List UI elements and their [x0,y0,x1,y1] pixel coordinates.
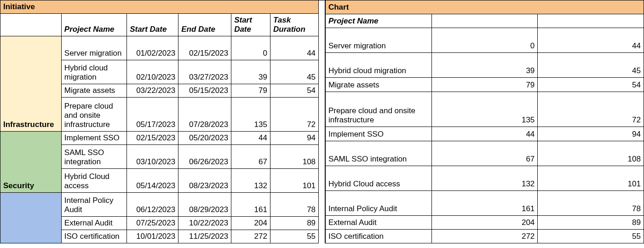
col-task-duration[interactable]: Task Duration [270,14,318,36]
cell-project-name[interactable]: External Audit [61,217,126,230]
cell-end[interactable]: 07/28/2023 [178,98,231,132]
cell-offset[interactable]: 204 [231,217,270,230]
cell-chart-name[interactable]: Hybrid Cloud access [325,166,431,190]
cell-project-name[interactable]: Migrate assets [61,84,126,98]
cell-start[interactable]: 03/22/2023 [127,84,178,98]
cell-offset[interactable]: 135 [231,98,270,132]
cell-chart-offset[interactable]: 132 [431,166,538,190]
cell-start[interactable]: 05/17/2023 [127,98,178,132]
cell-chart-dur[interactable]: 78 [538,190,644,215]
cell-project-name[interactable]: Internal Policy Audit [61,193,126,217]
cell-chart-dur[interactable]: 44 [538,28,644,53]
cell-start[interactable]: 02/15/2023 [127,132,178,145]
category-compliance[interactable] [0,193,62,243]
cell-chart-offset[interactable]: 44 [431,127,538,141]
cell-end[interactable]: 11/25/2023 [178,230,231,243]
cell-offset[interactable]: 272 [231,230,270,243]
col-chart-offset[interactable] [431,14,538,28]
cell-chart-name[interactable]: Internal Policy Audit [325,190,431,215]
cell-chart-dur[interactable]: 89 [538,215,644,229]
cell-offset[interactable]: 161 [231,193,270,217]
cell-end[interactable]: 05/20/2023 [178,132,231,145]
chart-title[interactable]: Chart [325,0,644,14]
cell-chart-offset[interactable]: 135 [431,92,538,127]
cell-chart-offset[interactable]: 272 [431,229,538,243]
col-end-date[interactable]: End Date [178,14,231,36]
cell-chart-dur[interactable]: 55 [538,229,644,243]
cell-dur[interactable]: 101 [270,169,318,193]
cell-end[interactable]: 06/26/2023 [178,145,231,169]
cell-chart-name[interactable]: ISO certification [325,229,431,243]
cell-project-name[interactable]: SAML SSO integration [61,145,126,169]
cell-dur[interactable]: 89 [270,217,318,230]
cell-start[interactable]: 02/10/2023 [127,60,178,84]
cell-start[interactable]: 03/10/2023 [127,145,178,169]
initiative-title[interactable]: Initiative [0,0,319,14]
cell-chart-name[interactable]: External Audit [325,215,431,229]
table-row: Internal Policy Audit 161 78 [325,190,644,215]
cell-offset[interactable]: 44 [231,132,270,145]
category-header[interactable] [0,14,62,36]
cell-offset[interactable]: 79 [231,84,270,98]
cell-project-name[interactable]: Hybrid Cloud access [61,169,126,193]
cell-offset[interactable]: 39 [231,60,270,84]
cell-project-name[interactable]: Hybrid cloud migration [61,60,126,84]
col-chart-dur[interactable] [538,14,644,28]
category-infrastructure[interactable]: Infrastructure [0,36,62,132]
cell-chart-name[interactable]: Prepare cloud and onsite infrastructure [325,92,431,127]
cell-chart-dur[interactable]: 101 [538,166,644,190]
cell-dur[interactable]: 94 [270,132,318,145]
cell-project-name[interactable]: Server migration [61,36,126,60]
cell-dur[interactable]: 44 [270,36,318,60]
cell-chart-dur[interactable]: 54 [538,78,644,92]
table-row: Server migration 0 44 [325,28,644,53]
cell-start[interactable]: 07/25/2023 [127,217,178,230]
cell-dur[interactable]: 45 [270,60,318,84]
cell-chart-dur[interactable]: 108 [538,141,644,166]
cell-end[interactable]: 08/23/2023 [178,169,231,193]
cell-chart-offset[interactable]: 0 [431,28,538,53]
cell-chart-dur[interactable]: 94 [538,127,644,141]
cell-project-name[interactable]: Prepare cloud and onsite infrastructure [61,98,126,132]
table-row: Internal Policy Audit 06/12/2023 08/29/2… [0,193,319,217]
cell-chart-dur[interactable]: 45 [538,53,644,78]
cell-chart-dur[interactable]: 72 [538,92,644,127]
cell-chart-offset[interactable]: 67 [431,141,538,166]
cell-end[interactable]: 08/29/2023 [178,193,231,217]
spreadsheet: Initiative Project Name Start Date End D… [0,0,644,243]
col-project-name[interactable]: Project Name [61,14,126,36]
cell-start[interactable]: 06/12/2023 [127,193,178,217]
cell-start[interactable]: 01/02/2023 [127,36,178,60]
category-security[interactable]: Security [0,132,62,193]
col-start-date[interactable]: Start Date [127,14,178,36]
table-row: External Audit 204 89 [325,215,644,229]
col-start-offset[interactable]: Start Date [231,14,270,36]
cell-end[interactable]: 10/22/2023 [178,217,231,230]
cell-chart-offset[interactable]: 161 [431,190,538,215]
cell-dur[interactable]: 55 [270,230,318,243]
cell-offset[interactable]: 132 [231,169,270,193]
cell-end[interactable]: 02/15/2023 [178,36,231,60]
cell-chart-name[interactable]: Hybrid cloud migration [325,53,431,78]
cell-chart-name[interactable]: Migrate assets [325,78,431,92]
cell-start[interactable]: 10/01/2023 [127,230,178,243]
cell-chart-name[interactable]: Server migration [325,28,431,53]
cell-offset[interactable]: 0 [231,36,270,60]
cell-chart-offset[interactable]: 79 [431,78,538,92]
cell-dur[interactable]: 54 [270,84,318,98]
cell-project-name[interactable]: Implement SSO [61,132,126,145]
cell-project-name[interactable]: ISO certification [61,230,126,243]
cell-chart-name[interactable]: Implement SSO [325,127,431,141]
cell-chart-offset[interactable]: 39 [431,53,538,78]
cell-chart-name[interactable]: SAML SSO integration [325,141,431,166]
cell-dur[interactable]: 108 [270,145,318,169]
initiative-table: Initiative Project Name Start Date End D… [0,0,319,243]
col-chart-project-name[interactable]: Project Name [325,14,431,28]
cell-end[interactable]: 05/15/2023 [178,84,231,98]
cell-dur[interactable]: 78 [270,193,318,217]
cell-offset[interactable]: 67 [231,145,270,169]
cell-dur[interactable]: 72 [270,98,318,132]
cell-start[interactable]: 05/14/2023 [127,169,178,193]
cell-end[interactable]: 03/27/2023 [178,60,231,84]
cell-chart-offset[interactable]: 204 [431,215,538,229]
